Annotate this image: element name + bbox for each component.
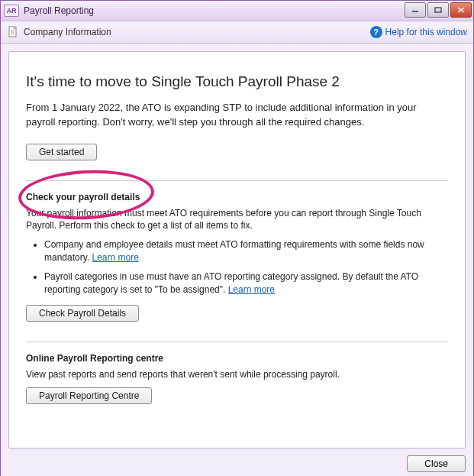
close-window-button[interactable] [450,2,472,18]
maximize-icon [434,7,442,13]
help-icon: ? [370,26,382,38]
toolbar-left-group: Company Information [7,26,111,38]
app-badge-icon: AR [4,5,19,17]
company-info-label[interactable]: Company Information [24,27,111,37]
divider [26,342,448,342]
client-area: It's time to move to Single Touch Payrol… [1,44,473,476]
list-item: Payroll categories in use must have an A… [44,270,448,296]
footer-bar: Close [407,455,466,472]
requirements-list: Company and employee details must meet A… [26,238,448,296]
intro-paragraph: From 1 January 2022, the ATO is expandin… [26,101,448,130]
divider [26,180,448,181]
close-icon [457,7,465,13]
window-controls [405,2,472,18]
app-window: AR Payroll Reporting Company Informat [0,0,474,476]
minimize-icon [411,7,419,13]
titlebar: AR Payroll Reporting [1,1,473,21]
window-title: Payroll Reporting [24,5,94,16]
get-started-button[interactable]: Get started [26,144,97,160]
section-reporting-text: View past reports and send reports that … [26,368,448,381]
document-icon [7,26,19,38]
payroll-reporting-centre-button[interactable]: Payroll Reporting Centre [26,387,152,404]
learn-more-link[interactable]: Learn more [228,284,275,295]
list-item: Company and employee details must meet A… [44,238,448,264]
page-headline: It's time to move to Single Touch Payrol… [26,73,448,90]
content-panel: It's time to move to Single Touch Payrol… [8,51,466,448]
minimize-button[interactable] [405,2,426,18]
help-link-text: Help for this window [385,27,467,37]
check-payroll-details-button[interactable]: Check Payroll Details [26,305,139,322]
learn-more-link[interactable]: Learn more [92,252,138,263]
maximize-button[interactable] [427,2,449,18]
close-button[interactable]: Close [407,455,466,472]
section-check-text: Your payroll information must meet ATO r… [26,207,448,233]
section-check-title: Check your payroll details [26,192,448,202]
section-reporting-title: Online Payroll Reporting centre [26,353,448,364]
svg-rect-1 [435,8,441,12]
toolbar: Company Information ? Help for this wind… [1,21,473,44]
help-link[interactable]: ? Help for this window [370,26,467,38]
